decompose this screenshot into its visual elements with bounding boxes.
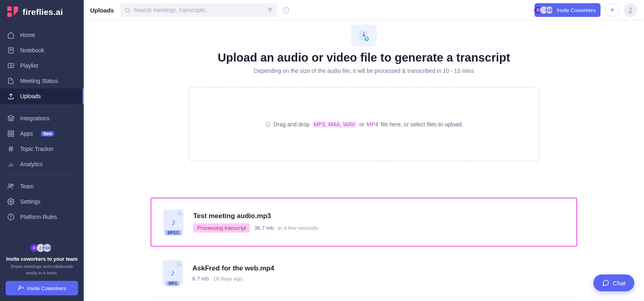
- upload-dropzone[interactable]: Drag and drop MP3, M4A, WAV or MP4 file …: [189, 87, 539, 161]
- logo-icon: [6, 6, 19, 19]
- playlist-icon: [7, 62, 14, 69]
- svg-point-38: [285, 8, 286, 9]
- formats-audio: MP3, M4A, WAV: [312, 121, 357, 128]
- svg-point-24: [10, 215, 11, 216]
- svg-point-35: [270, 10, 271, 11]
- avatar-more: +123: [545, 6, 553, 14]
- nav-label: Topic Tracker: [20, 146, 54, 152]
- uploads-list: ♪ MPEG Test meeting audio.mp3 Processing…: [151, 198, 577, 297]
- sidebar-item-topic-tracker[interactable]: Topic Tracker: [0, 141, 84, 157]
- sidebar-item-playlist[interactable]: Playlist: [0, 58, 84, 73]
- logo-text: fireflies.ai: [23, 7, 63, 17]
- add-button[interactable]: +: [605, 3, 619, 17]
- upload-icon: [7, 93, 14, 100]
- chat-icon: [602, 279, 609, 287]
- footer-subtitle: Share meetings and collaborate easily in…: [6, 264, 78, 276]
- file-icon: ♪ MPEG: [163, 210, 184, 235]
- file-size: 36.7 mb: [254, 225, 274, 231]
- svg-rect-9: [12, 131, 14, 133]
- content: Upload an audio or video file to generat…: [84, 21, 644, 301]
- team-icon: [7, 183, 14, 190]
- sidebar-footer: R +123 Invite coworkers to your team Sha…: [0, 238, 84, 301]
- chat-button[interactable]: Chat: [593, 274, 634, 291]
- sidebar-item-integrations[interactable]: Integrations: [0, 111, 84, 126]
- file-time: 18 days ago: [213, 276, 243, 282]
- invite-coworkers-pill[interactable]: R +123 Invite Coworkers: [535, 3, 601, 17]
- sidebar-item-settings[interactable]: Settings: [0, 194, 84, 209]
- sidebar-item-team[interactable]: Team: [0, 179, 84, 194]
- nav-label: Notebook: [20, 47, 44, 54]
- svg-point-26: [19, 286, 21, 288]
- svg-point-20: [12, 184, 14, 186]
- svg-rect-10: [8, 134, 10, 136]
- status-icon: [7, 77, 14, 85]
- status-badge: Processing transcript: [193, 223, 250, 233]
- footer-title: Invite coworkers to your team: [6, 256, 78, 262]
- svg-rect-5: [8, 64, 14, 68]
- search-input[interactable]: [120, 3, 277, 17]
- file-time: in a few seconds: [278, 225, 318, 231]
- nav-label: Playlist: [20, 62, 38, 69]
- apps-icon: [7, 130, 14, 137]
- main: Uploads R +123 Invite Coworkers +: [84, 0, 644, 301]
- nav-label: Uploads: [20, 93, 41, 99]
- logo[interactable]: fireflies.ai: [0, 0, 84, 26]
- svg-point-40: [363, 34, 365, 36]
- svg-rect-11: [12, 134, 14, 136]
- svg-rect-8: [8, 131, 10, 133]
- svg-line-30: [128, 11, 130, 12]
- svg-point-21: [10, 201, 12, 203]
- new-badge: New: [41, 131, 54, 136]
- nav-label: Home: [20, 32, 35, 38]
- page-title: Uploads: [90, 7, 114, 14]
- file-name: Test meeting audio.mp3: [193, 212, 318, 220]
- sidebar-item-home[interactable]: Home: [0, 27, 84, 43]
- sidebar-item-platform-rules[interactable]: Platform Rules: [0, 209, 84, 225]
- file-drop-icon: [265, 121, 271, 128]
- divider: [7, 174, 76, 175]
- sidebar-item-notebook[interactable]: Notebook: [0, 43, 84, 58]
- svg-point-25: [40, 246, 41, 248]
- info-icon: [7, 213, 14, 221]
- nav-label: Meeting Status: [20, 78, 58, 84]
- hero-subtitle: Depending on the size of the audio file,…: [84, 68, 644, 74]
- svg-point-19: [9, 184, 11, 186]
- upload-row[interactable]: ♪ MPEG Test meeting audio.mp3 Processing…: [151, 198, 577, 247]
- avatar-more: +123: [43, 243, 52, 252]
- sidebar-item-meeting-status[interactable]: Meeting Status: [0, 73, 84, 89]
- avatar-stack: R +123: [6, 243, 78, 252]
- filter-icon[interactable]: [267, 7, 273, 13]
- sidebar-item-analytics[interactable]: Analytics: [0, 157, 84, 172]
- analytics-icon: [7, 161, 14, 168]
- invite-coworkers-button[interactable]: Invite Coworkers: [6, 281, 78, 295]
- hero: Upload an audio or video file to generat…: [84, 21, 644, 74]
- svg-rect-0: [7, 6, 12, 11]
- home-icon: [7, 31, 14, 39]
- search-field[interactable]: [134, 7, 264, 13]
- info-icon[interactable]: [282, 6, 289, 14]
- divider: [7, 106, 76, 107]
- nav-label: Integrations: [20, 115, 50, 122]
- sidebar-item-apps[interactable]: Apps New: [0, 126, 84, 141]
- topbar: Uploads R +123 Invite Coworkers +: [84, 0, 644, 21]
- sidebar-item-uploads[interactable]: Uploads: [0, 89, 84, 104]
- svg-point-39: [630, 7, 632, 10]
- file-size: 6.7 mb: [192, 276, 209, 282]
- upload-row[interactable]: ♪ MP4 AskFred for the web.mp4 6.7 mb 18 …: [151, 249, 577, 297]
- file-name: AskFred for the web.mp4: [192, 264, 274, 272]
- notebook-icon: [7, 47, 14, 54]
- svg-line-15: [12, 146, 12, 152]
- formats-video: MP4: [367, 121, 378, 128]
- sidebar: fireflies.ai Home Notebook Playlist Meet…: [0, 0, 84, 301]
- file-ext-badge: MPEG: [165, 230, 182, 235]
- file-ext-badge: MP4: [166, 281, 180, 286]
- upload-hero-icon: [351, 25, 377, 46]
- nav-label: Analytics: [20, 161, 43, 167]
- svg-point-29: [126, 8, 129, 12]
- svg-rect-1: [7, 12, 12, 17]
- user-avatar[interactable]: [624, 3, 638, 17]
- hero-title: Upload an audio or video file to generat…: [84, 51, 644, 64]
- nav-label: Team: [20, 183, 34, 190]
- nav-label: Apps: [20, 130, 33, 137]
- hash-icon: [7, 145, 14, 153]
